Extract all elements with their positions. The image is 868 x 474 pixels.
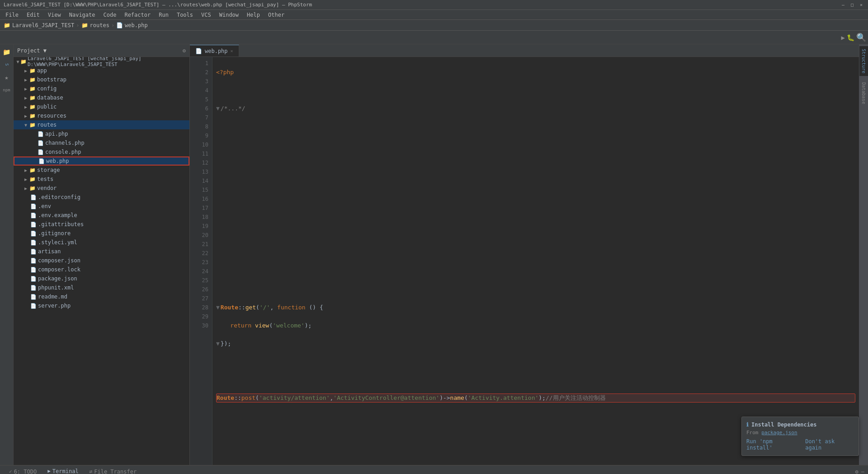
run-npm-install-btn[interactable]: Run 'npm install' [746, 438, 802, 451]
tree-item-root[interactable]: ▼ 📁 Laravel6_JSAPI_TEST [wechat_jsapi_pa… [14, 57, 189, 66]
activity-bar: 📁 S ★ npm [0, 44, 14, 465]
tree-item-vendor[interactable]: ▶ 📁 vendor [14, 184, 189, 193]
tree-item-artisan[interactable]: 📄 artisan [14, 247, 189, 256]
folder-icon-vendor: 📁 [29, 185, 36, 192]
popup-title: ℹ Install Dependencies [746, 422, 854, 428]
file-icon-artisan: 📄 [30, 248, 37, 255]
tree-item-routes[interactable]: ▼ 📁 routes [14, 120, 189, 129]
tree-item-resources[interactable]: ▶ 📁 resources [14, 111, 189, 120]
close-button[interactable]: ✕ [858, 2, 864, 8]
activity-project-icon[interactable]: 📁 [1, 46, 13, 58]
folder-icon-routes: 📁 [29, 121, 36, 128]
tree-item-public[interactable]: ▶ 📁 public [14, 102, 189, 111]
activity-npm-icon[interactable]: npm [1, 84, 13, 96]
tree-item-gitignore[interactable]: 📄 .gitignore [14, 229, 189, 238]
menu-vcs[interactable]: VCS [198, 11, 215, 19]
activity-structure-icon[interactable]: S [1, 59, 13, 71]
terminal-minimize-btn[interactable]: — [861, 469, 864, 474]
menu-navigate[interactable]: Navigate [66, 11, 99, 19]
menu-code[interactable]: Code [100, 11, 120, 19]
menu-view[interactable]: View [44, 11, 65, 19]
code-editor[interactable]: 12345 678910 1112131415 1617181920 21222… [190, 57, 859, 465]
menu-refactor[interactable]: Refactor [121, 11, 154, 19]
fold-indicator-14[interactable]: ▼ [216, 303, 220, 312]
fold-indicator-16[interactable]: ▼ [216, 339, 220, 348]
tree-item-readme[interactable]: 📄 readme.md [14, 292, 189, 301]
breadcrumb-folder[interactable]: 📁 routes [81, 22, 109, 28]
tree-item-env-example[interactable]: 📄 .env.example [14, 211, 189, 220]
tree-item-bootstrap[interactable]: ▶ 📁 bootstrap [14, 75, 189, 84]
tree-item-server-php[interactable]: 📄 server.php [14, 301, 189, 310]
tab-terminal[interactable]: ▶ Terminal [42, 466, 84, 474]
tree-item-gitattributes[interactable]: 📄 .gitattributes [14, 220, 189, 229]
tree-item-tests[interactable]: ▶ 📁 tests [14, 175, 189, 184]
activity-favorites-icon[interactable]: ★ [1, 71, 13, 83]
tab-todo[interactable]: ✓ 6: TODO [4, 466, 42, 474]
menu-tools[interactable]: Tools [173, 11, 197, 19]
tree-item-app[interactable]: ▶ 📁 app [14, 66, 189, 75]
install-dependencies-popup: ℹ Install Dependencies From package.json… [741, 417, 859, 456]
project-panel-title: Project ▼ [17, 47, 47, 54]
menu-window[interactable]: Window [216, 11, 242, 19]
menu-edit[interactable]: Edit [23, 11, 43, 19]
tree-item-config[interactable]: ▶ 📁 config [14, 84, 189, 93]
tab-close-btn[interactable]: ✕ [231, 48, 233, 53]
project-panel-settings[interactable]: ⚙ [183, 47, 186, 54]
tree-item-composer-lock[interactable]: 📄 composer.lock [14, 265, 189, 274]
tree-item-env[interactable]: 📄 .env [14, 202, 189, 211]
toolbar: ▶ 🐛 🔍 [0, 31, 868, 44]
menu-run[interactable]: Run [155, 11, 172, 19]
code-line-15: return view('welcome'); [216, 321, 855, 330]
code-content[interactable]: <?php ▼ /*...*/ ▼ Route::get('/', functi… [212, 57, 859, 465]
tree-item-phpunit-xml[interactable]: 📄 phpunit.xml [14, 283, 189, 292]
menu-file[interactable]: File [2, 11, 22, 19]
maximize-button[interactable]: □ [849, 2, 855, 8]
tree-item-storage[interactable]: ▶ 📁 storage [14, 166, 189, 175]
tree-label-app: app [37, 67, 47, 74]
tree-label-console: console.php [45, 149, 81, 155]
code-line-7 [216, 176, 855, 185]
fold-indicator-3[interactable]: ▼ [216, 104, 220, 113]
tree-label-editorconfig: .editorconfig [38, 194, 80, 200]
tree-item-channels-php[interactable]: ▶ 📄 channels.php [14, 138, 189, 147]
file-icon-server-php: 📄 [30, 302, 37, 309]
folder-icon-database: 📁 [29, 94, 36, 101]
tree-item-web-php[interactable]: ▶ 📄 web.php [14, 156, 189, 166]
tree-item-package-json[interactable]: 📄 package.json [14, 274, 189, 283]
tree-item-console-php[interactable]: ▶ 📄 console.php [14, 147, 189, 156]
project-panel-header[interactable]: Project ▼ ⚙ [14, 44, 189, 57]
toolbar-search-btn[interactable]: 🔍 [856, 33, 866, 42]
breadcrumb-file[interactable]: 📄 web.php [116, 22, 148, 28]
file-icon-composer-lock: 📄 [30, 266, 37, 273]
popup-package-link[interactable]: package.json [761, 430, 797, 436]
breadcrumb-sep2: › [111, 22, 114, 28]
sidebar-structure-label[interactable]: Structure [859, 46, 868, 76]
tab-label: web.php [205, 48, 228, 54]
tree-item-styleci[interactable]: 📄 .styleci.yml [14, 238, 189, 247]
terminal-label: Terminal [52, 468, 79, 474]
tree-arrow-database: ▶ [23, 95, 29, 101]
menu-help[interactable]: Help [243, 11, 264, 19]
toolbar-run-btn[interactable]: ▶ [841, 34, 845, 41]
folder-icon-resources: 📁 [29, 112, 36, 119]
code-line-2 [216, 86, 855, 95]
folder-icon-app: 📁 [29, 67, 36, 74]
main-layout: 📁 S ★ npm Project ▼ ⚙ ▼ 📁 Laravel6_JSAPI… [0, 44, 868, 465]
tree-item-editorconfig[interactable]: 📄 .editorconfig [14, 193, 189, 202]
code-line-13 [216, 285, 855, 294]
menu-other[interactable]: Other [264, 11, 288, 19]
dont-ask-again-btn[interactable]: Don't ask again [805, 438, 854, 451]
tab-file-transfer[interactable]: ⇄ File Transfer [84, 466, 142, 474]
tree-item-api-php[interactable]: ▶ 📄 api.php [14, 129, 189, 138]
terminal-settings-btn[interactable]: ⚙ [855, 469, 859, 474]
minimize-button[interactable]: — [840, 2, 846, 8]
tree-label-phpunit-xml: phpunit.xml [38, 284, 74, 291]
editor-tab-web-php[interactable]: 📄 web.php ✕ [190, 45, 239, 57]
breadcrumb-project[interactable]: 📁 Laravel6_JSAPI_TEST [4, 22, 74, 28]
tree-item-database[interactable]: ▶ 📁 database [14, 93, 189, 102]
tree-label-gitattributes: .gitattributes [38, 221, 84, 228]
file-icon-readme: 📄 [30, 293, 37, 300]
toolbar-debug-btn[interactable]: 🐛 [847, 34, 854, 41]
tree-item-composer-json[interactable]: 📄 composer.json [14, 256, 189, 265]
sidebar-database-label[interactable]: Database [859, 80, 868, 107]
